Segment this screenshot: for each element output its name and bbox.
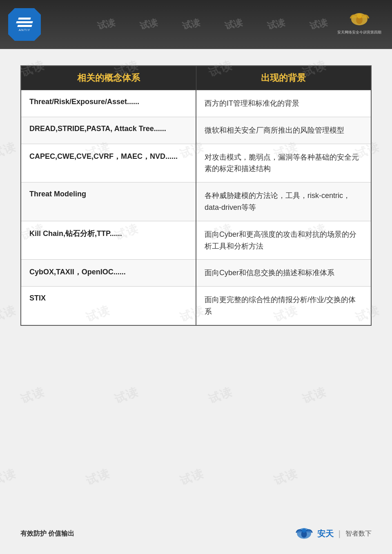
table-cell-background: 对攻击模式，脆弱点，漏洞等各种基础的安全元素的标定和描述结构 — [196, 144, 371, 182]
table-cell-background: 微软和相关安全厂商所推出的风险管理模型 — [196, 117, 371, 144]
table-cell-background: 西方的IT管理和标准化的背景 — [196, 90, 371, 117]
footer: 有效防护 价值输出 安天 | 智者数下 — [0, 525, 392, 542]
table-row: Threat Modeling各种威胁建模的方法论，工具，risk-centri… — [21, 182, 371, 221]
table-body: Threat/Risk/Exposure/Asset......西方的IT管理和… — [21, 90, 371, 325]
svg-point-5 — [302, 528, 306, 532]
antiy-logo: ANTIY — [8, 8, 41, 41]
table-cell-concept: CAPEC,CWE,CVE,CVRF，MAEC，NVD...... — [21, 144, 196, 182]
table-cell-concept: STIX — [21, 287, 196, 325]
col2-header: 出现的背景 — [196, 66, 371, 90]
logo-label: ANTIY — [19, 28, 31, 32]
table-row: STIX面向更完整的综合性的情报分析/作业/交换的体系 — [21, 287, 371, 325]
table-cell-concept: CybOX,TAXII，OpenIOC...... — [21, 260, 196, 287]
footer-brand: 安天 | 智者数下 — [294, 525, 372, 542]
table-cell-background: 面向Cyber和信息交换的描述和标准体系 — [196, 260, 371, 287]
table-row: Threat/Risk/Exposure/Asset......西方的IT管理和… — [21, 90, 371, 117]
footer-slogan: 智者数下 — [345, 530, 372, 538]
header-right-logo: 安天网络安全今训营第四期 — [335, 6, 384, 39]
table-cell-concept: DREAD,STRIDE,PASTA, Attack Tree...... — [21, 117, 196, 144]
footer-separator: | — [339, 529, 341, 538]
table-cell-concept: Kill Chain,钻石分析,TTP...... — [21, 221, 196, 260]
svg-point-2 — [357, 13, 362, 18]
table-cell-background: 各种威胁建模的方法论，工具，risk-centric，data-driven等等 — [196, 182, 371, 221]
footer-logo-group: 安天 | 智者数下 — [294, 525, 372, 542]
footer-bird-icon — [294, 525, 314, 542]
header-watermarks: 试读 试读 试读 试读 试读 试读 — [41, 18, 384, 31]
header: ANTIY 试读 试读 试读 试读 试读 试读 — [0, 0, 392, 49]
header-right-caption: 安天网络安全今训营第四期 — [337, 30, 381, 35]
logo-stripes — [16, 18, 33, 27]
table-cell-concept: Threat Modeling — [21, 182, 196, 221]
table-cell-background: 面向Cyber和更高强度的攻击和对抗的场景的分析工具和分析方法 — [196, 221, 371, 260]
table-cell-concept: Threat/Risk/Exposure/Asset...... — [21, 90, 196, 117]
concept-table: 相关的概念体系 出现的背景 Threat/Risk/Exposure/Asset… — [20, 65, 372, 326]
table-row: CAPEC,CWE,CVE,CVRF，MAEC，NVD......对攻击模式，脆… — [21, 144, 371, 182]
table-row: Kill Chain,钻石分析,TTP......面向Cyber和更高强度的攻击… — [21, 221, 371, 260]
footer-tagline: 有效防护 价值输出 — [20, 530, 74, 538]
table-cell-background: 面向更完整的综合性的情报分析/作业/交换的体系 — [196, 287, 371, 325]
col1-header: 相关的概念体系 — [21, 66, 196, 90]
table-row: CybOX,TAXII，OpenIOC......面向Cyber和信息交换的描述… — [21, 260, 371, 287]
footer-antiy-brand: 安天 — [317, 528, 334, 539]
table-header-row: 相关的概念体系 出现的背景 — [21, 66, 371, 90]
main-content: 相关的概念体系 出现的背景 Threat/Risk/Exposure/Asset… — [0, 49, 392, 342]
table-row: DREAD,STRIDE,PASTA, Attack Tree......微软和… — [21, 117, 371, 144]
header-bird-icon — [348, 10, 371, 29]
